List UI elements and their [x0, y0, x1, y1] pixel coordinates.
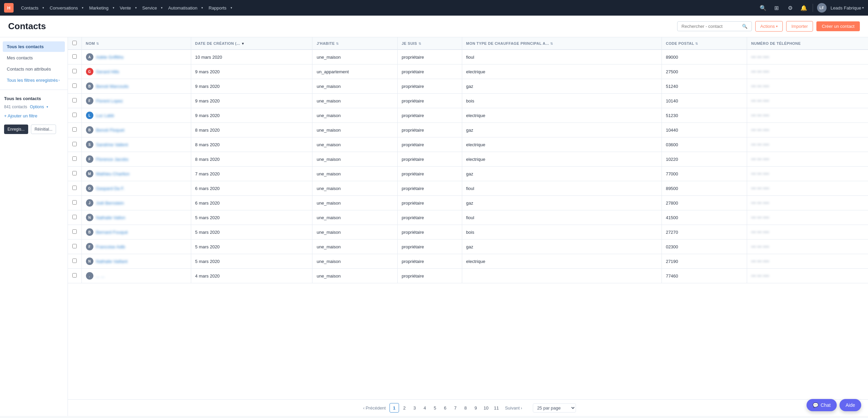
contact-name[interactable]: G Gaspard Da F. [86, 185, 187, 192]
row-checkbox[interactable] [72, 215, 77, 219]
save-filter-button[interactable]: Enregis... [4, 125, 28, 134]
chevron-contacts: ▾ [42, 6, 44, 10]
date-created: 9 mars 2020 [191, 108, 312, 123]
nav-item-conversations[interactable]: Conversations [46, 4, 81, 12]
row-checkbox[interactable] [72, 244, 77, 248]
table-row: N Nathalie Vallon 5 mars 2020une_maisonp… [68, 210, 868, 225]
next-page-button[interactable]: Suivant › [502, 404, 525, 412]
contact-name[interactable]: N Nathalie Vallon [86, 214, 187, 221]
contact-search-box[interactable]: 🔍 [677, 21, 752, 31]
col-chauffage[interactable]: MON TYPE DE CHAUFFAGE PRINCIPAL A... ⇅ [462, 37, 662, 50]
contact-name[interactable]: J Joël Bernstein [86, 199, 187, 207]
code-postal-cell: 10140 [662, 94, 747, 108]
nav-item-rapports[interactable]: Rapports [205, 4, 230, 12]
user-label[interactable]: Leads Fabrique ▾ [831, 5, 864, 11]
row-checkbox[interactable] [72, 127, 77, 132]
row-checkbox[interactable] [72, 54, 77, 59]
row-checkbox[interactable] [72, 200, 77, 205]
create-contact-button[interactable]: Créer un contact [816, 21, 860, 31]
chauffage-cell: electrique [462, 64, 662, 79]
page-button-1[interactable]: 1 [390, 403, 399, 413]
page-button-3[interactable]: 3 [410, 403, 419, 413]
row-checkbox[interactable] [72, 229, 77, 234]
col-je-suis[interactable]: JE SUIS ⇅ [397, 37, 462, 50]
contact-name[interactable]: B Benoit Marcoulis [86, 82, 187, 90]
jhabite-cell: une_maison [312, 269, 397, 283]
logo[interactable]: H [4, 3, 14, 13]
add-filter-button[interactable]: + Ajouter un filtre [0, 111, 68, 121]
contact-name[interactable]: M Mathieu Charlton [86, 170, 187, 177]
je-suis-cell: propriétaire [397, 79, 462, 94]
help-button[interactable]: Aide [839, 399, 861, 411]
telephone-cell: ••• ••• •••• [747, 254, 868, 269]
contact-name[interactable]: F Florent Lopez [86, 97, 187, 104]
contact-name[interactable]: F Florence Jacobs [86, 155, 187, 163]
chauffage-cell: gaz [462, 240, 662, 254]
row-checkbox[interactable] [72, 171, 77, 175]
contact-name[interactable]: N Nathalie Vaillant [86, 258, 187, 265]
row-checkbox[interactable] [72, 69, 77, 73]
page-button-9[interactable]: 9 [471, 403, 481, 413]
sidebar-item-unassigned[interactable]: Contacts non attribués [3, 64, 65, 74]
col-jhabite[interactable]: J'HABITE ⇅ [312, 37, 397, 50]
notifications-icon[interactable]: 🔔 [799, 3, 809, 13]
actions-button[interactable]: Actions ▾ [755, 21, 783, 32]
avatar: G [86, 185, 93, 192]
page-button-2[interactable]: 2 [400, 403, 409, 413]
nav-item-automatisation[interactable]: Automatisation [165, 4, 201, 12]
code-postal-cell: 10440 [662, 123, 747, 137]
settings-icon[interactable]: ⚙ [785, 3, 795, 13]
chat-button[interactable]: 💬 Chat [807, 399, 837, 411]
prev-page-button[interactable]: ‹ Précédent [360, 404, 389, 412]
sidebar-item-my-contacts[interactable]: Mes contacts [3, 53, 65, 63]
row-checkbox[interactable] [72, 142, 77, 146]
page-button-8[interactable]: 8 [461, 403, 470, 413]
contact-search-input[interactable] [682, 24, 739, 29]
nav-item-service[interactable]: Service [139, 4, 160, 12]
nav-item-contacts[interactable]: Contacts [18, 4, 42, 12]
jhabite-cell: une_maison [312, 254, 397, 269]
sidebar-saved-filters-link[interactable]: Tous les filtres enregistrés › [3, 75, 65, 86]
row-checkbox[interactable] [72, 259, 77, 263]
row-checkbox[interactable] [72, 156, 77, 161]
contact-name[interactable]: B Bernard Fouqué [86, 228, 187, 236]
page-button-5[interactable]: 5 [430, 403, 440, 413]
user-avatar[interactable]: LF [817, 3, 827, 13]
contact-name[interactable]: . ... ... [86, 272, 187, 280]
page-button-7[interactable]: 7 [451, 403, 460, 413]
row-checkbox[interactable] [72, 273, 77, 278]
col-code-postal[interactable]: CODE POSTAL ⇅ [662, 37, 747, 50]
telephone-cell: ••• ••• •••• [747, 240, 868, 254]
row-checkbox[interactable] [72, 186, 77, 190]
page-button-11[interactable]: 11 [491, 403, 501, 413]
date-created: 10 mars 2020 [191, 50, 312, 64]
row-checkbox[interactable] [72, 113, 77, 117]
col-date-creation[interactable]: DATE DE CRÉATION (... ▼ [191, 37, 312, 50]
row-checkbox[interactable] [72, 83, 77, 88]
page-button-10[interactable]: 10 [481, 403, 491, 413]
import-button[interactable]: Importer [786, 21, 813, 32]
search-nav-icon[interactable]: 🔍 [758, 3, 768, 13]
sidebar-item-all-contacts[interactable]: Tous les contacts [3, 41, 65, 52]
page-button-6[interactable]: 6 [440, 403, 450, 413]
contact-name[interactable]: B Benoit Floquet [86, 126, 187, 134]
table-row: F Francoise Adib 5 mars 2020une_maisonpr… [68, 240, 868, 254]
marketplace-icon[interactable]: ⊞ [772, 3, 781, 13]
contact-name[interactable]: S Sandrine Vallent [86, 141, 187, 148]
contact-name-text: Luc Labb [96, 113, 114, 118]
contact-name[interactable]: A Adèle Griffiths [86, 53, 187, 61]
per-page-select[interactable]: 25 par page50 par page100 par page [533, 403, 576, 413]
select-all-checkbox[interactable] [72, 41, 77, 45]
nav-item-vente[interactable]: Vente [116, 4, 134, 12]
nav-item-marketing[interactable]: Marketing [86, 4, 112, 12]
page-button-4[interactable]: 4 [420, 403, 430, 413]
col-nom[interactable]: NOM ⇅ [82, 37, 191, 50]
contact-name[interactable]: L Luc Labb [86, 112, 187, 119]
contact-name[interactable]: F Francoise Adib [86, 243, 187, 250]
avatar: B [86, 126, 93, 134]
reset-filter-button[interactable]: Réinitial... [31, 125, 56, 134]
contact-name[interactable]: G Gerard Hills [86, 68, 187, 75]
options-button[interactable]: Options [30, 104, 44, 109]
code-postal-cell: 77000 [662, 167, 747, 181]
row-checkbox[interactable] [72, 98, 77, 102]
